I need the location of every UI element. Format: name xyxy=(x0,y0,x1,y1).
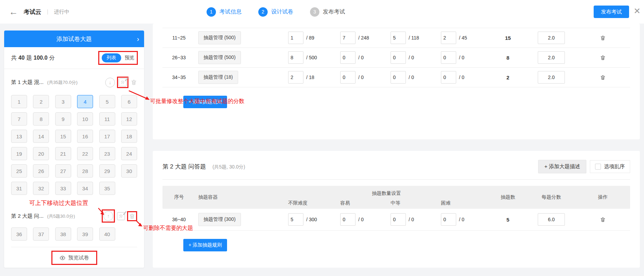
pick-count-input[interactable] xyxy=(340,32,356,44)
container-manage-button[interactable]: 抽题管理 (500) xyxy=(198,31,241,44)
pick-count-input[interactable] xyxy=(441,32,456,44)
question-number-button[interactable]: 28 xyxy=(77,164,93,178)
container-manage-button[interactable]: 抽题管理 (18) xyxy=(198,71,238,84)
question-number-button[interactable]: 18 xyxy=(121,130,137,143)
delete-rule-icon[interactable] xyxy=(600,55,606,61)
question-number-button[interactable]: 40 xyxy=(99,227,115,241)
back-arrow-icon[interactable]: ← xyxy=(9,7,18,16)
question-number-button[interactable]: 13 xyxy=(11,130,27,143)
question-number-button[interactable]: 17 xyxy=(99,130,115,143)
shuffle-checkbox[interactable] xyxy=(595,164,601,170)
question-grid-group-1: 1234567891011121314151617181920212223242… xyxy=(11,95,137,195)
pick-count-input[interactable] xyxy=(340,51,356,64)
pick-count-input[interactable] xyxy=(340,213,356,226)
question-number-button[interactable]: 33 xyxy=(55,182,71,195)
question-number-button[interactable]: 24 xyxy=(121,147,137,160)
question-number-button[interactable]: 6 xyxy=(121,95,137,108)
question-number-button[interactable]: 19 xyxy=(11,147,27,160)
rule-row-26-33: 26~33 抽题管理 (500) / 500 / 0 / 0 / 0 8 xyxy=(162,48,630,68)
preview-paper-button[interactable]: 预览试卷 xyxy=(51,251,97,265)
score-cell xyxy=(527,32,576,44)
question-number-button[interactable]: 7 xyxy=(11,112,27,126)
question-number-button[interactable]: 1 xyxy=(11,95,27,108)
sidebar-divider xyxy=(11,247,137,247)
question-number-button[interactable]: 8 xyxy=(33,112,49,126)
question-number-button[interactable]: 23 xyxy=(99,147,115,160)
delete-rule-icon[interactable] xyxy=(600,35,606,41)
question-number-button[interactable]: 25 xyxy=(11,164,27,178)
question-number-button[interactable]: 38 xyxy=(55,227,71,241)
pick-count-input[interactable] xyxy=(288,213,303,226)
question-number-button[interactable]: 5 xyxy=(99,95,115,108)
question-number-button[interactable]: 29 xyxy=(99,164,115,178)
summary-question-label: 题 xyxy=(26,54,32,62)
per-question-score-input[interactable] xyxy=(538,213,565,226)
group-2-title-wrap: 第 2 大题 问... (共5题30.0分) xyxy=(11,213,75,219)
trash-icon xyxy=(600,55,606,61)
batch-edit-score-icon-2[interactable]: 分 xyxy=(117,212,125,220)
question-number-button[interactable]: 31 xyxy=(11,182,27,195)
toggle-preview-view[interactable]: 预览 xyxy=(125,55,134,61)
question-number-button[interactable]: 26 xyxy=(33,164,49,178)
question-number-button[interactable]: 21 xyxy=(55,147,71,160)
add-section-button[interactable]: 添加试卷大题 › xyxy=(4,31,144,47)
step-publish-exam[interactable]: 3 发布考试 xyxy=(310,7,345,17)
container-manage-button[interactable]: 抽题管理 (300) xyxy=(198,213,241,226)
pick-count-input[interactable] xyxy=(441,51,456,64)
delete-group-1-icon[interactable] xyxy=(131,79,137,86)
pick-count-input[interactable] xyxy=(391,51,406,64)
question-number-button[interactable]: 27 xyxy=(55,164,71,178)
delete-rule-icon[interactable] xyxy=(600,75,606,80)
per-question-score-input[interactable] xyxy=(538,71,565,84)
add-rule-button-section-1[interactable]: + 添加抽题规则 xyxy=(183,96,227,108)
pick-count-input[interactable] xyxy=(441,213,456,226)
question-number-button[interactable]: 2 xyxy=(33,95,49,108)
question-number-button[interactable]: 14 xyxy=(33,130,49,143)
delete-group-2-icon[interactable] xyxy=(129,213,135,219)
question-number-button[interactable]: 12 xyxy=(121,112,137,126)
shuffle-options-control[interactable]: 选项乱序 xyxy=(590,160,630,173)
question-number-button[interactable]: 9 xyxy=(55,112,71,126)
top-header: ← 考试云 | 进行中 1 考试信息 2 设计试卷 3 发布考试 发布考试 ✕ xyxy=(0,0,644,24)
question-number-button[interactable]: 10 xyxy=(77,112,93,126)
pick-count-input[interactable] xyxy=(288,51,303,64)
question-number-button[interactable]: 4 xyxy=(77,95,93,108)
question-number-button[interactable]: 22 xyxy=(77,147,93,160)
question-number-button[interactable]: 36 xyxy=(11,227,27,241)
question-number-button[interactable]: 3 xyxy=(55,95,71,108)
pencil-icon xyxy=(125,77,128,81)
close-icon[interactable]: ✕ xyxy=(634,7,641,15)
question-number-button[interactable]: 37 xyxy=(33,227,49,241)
question-number-button[interactable]: 32 xyxy=(33,182,49,195)
pick-count-input[interactable] xyxy=(391,71,406,84)
add-rule-button-section-2[interactable]: + 添加抽题规则 xyxy=(183,239,227,251)
per-question-score-input[interactable] xyxy=(538,51,565,64)
question-number-button[interactable]: 16 xyxy=(77,130,93,143)
move-down-icon[interactable]: ↓ xyxy=(105,78,115,87)
question-number-button[interactable]: 35 xyxy=(99,182,115,195)
question-number-button[interactable]: 11 xyxy=(99,112,115,126)
question-number-button[interactable]: 34 xyxy=(77,182,93,195)
add-description-button[interactable]: + 添加大题描述 xyxy=(538,160,586,173)
header-score: 每题分数 xyxy=(527,194,576,200)
publish-exam-button[interactable]: 发布考试 xyxy=(594,6,629,18)
pick-count-input[interactable] xyxy=(340,71,356,84)
question-number-button[interactable]: 39 xyxy=(77,227,93,241)
move-up-icon[interactable]: ↑ xyxy=(103,211,113,221)
step-exam-info[interactable]: 1 考试信息 xyxy=(207,7,242,17)
container-manage-button[interactable]: 抽题管理 (500) xyxy=(198,51,241,64)
pick-count-input[interactable] xyxy=(391,32,406,44)
step-design-paper[interactable]: 2 设计试卷 xyxy=(258,7,293,17)
pick-count-input[interactable] xyxy=(391,213,406,226)
section-2-meta: (共5题, 30.0分) xyxy=(212,164,245,170)
pick-count-input[interactable] xyxy=(441,71,456,84)
toggle-list-view[interactable]: 列表 xyxy=(102,53,121,62)
question-number-button[interactable]: 20 xyxy=(33,147,49,160)
pick-count-input[interactable] xyxy=(288,71,303,84)
per-question-score-input[interactable] xyxy=(538,32,565,44)
pick-count-input[interactable] xyxy=(288,32,303,44)
question-number-button[interactable]: 15 xyxy=(55,130,71,143)
batch-edit-score-icon[interactable]: 分 xyxy=(119,78,127,86)
delete-rule-icon[interactable] xyxy=(600,217,606,223)
question-number-button[interactable]: 30 xyxy=(121,164,137,178)
